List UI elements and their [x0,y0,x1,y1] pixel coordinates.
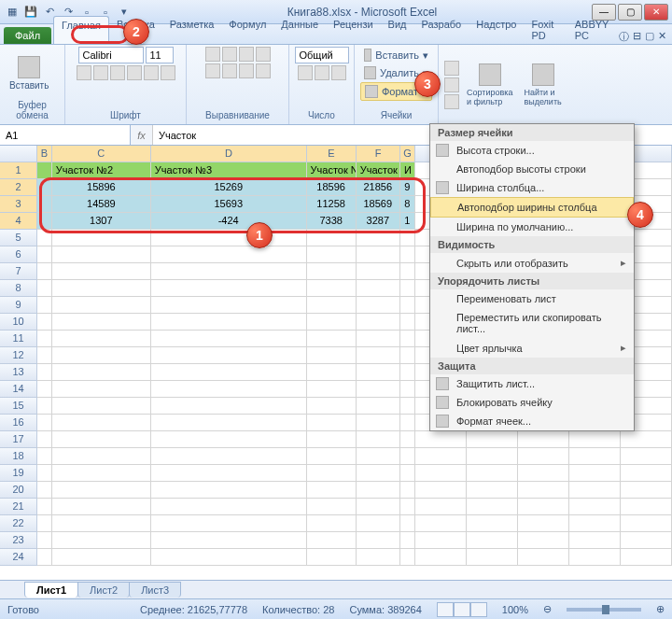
dropdown-item[interactable]: Ширина столбца... [430,178,634,197]
indent-button[interactable] [256,63,271,78]
align-left-button[interactable] [205,63,220,78]
close-button[interactable]: ✕ [644,4,668,21]
cell[interactable] [37,179,52,196]
cell[interactable] [37,347,52,364]
row-header[interactable]: 3 [0,196,37,213]
cell[interactable] [415,515,467,532]
cell[interactable] [307,515,357,532]
sheet-tab[interactable]: Лист3 [129,582,181,598]
cell[interactable] [151,280,307,297]
cell[interactable] [151,482,307,499]
insert-cells-button[interactable]: Вставить ▾ [360,47,432,63]
cell[interactable] [151,431,307,448]
dropdown-item[interactable]: Формат ячеек... [430,412,634,430]
cell[interactable] [400,465,415,482]
cell[interactable] [307,297,357,314]
cell[interactable] [52,415,151,431]
row-header[interactable]: 20 [0,482,37,499]
cell[interactable] [307,415,357,431]
cell[interactable] [307,448,357,465]
cell[interactable] [621,482,672,499]
cell[interactable] [37,431,52,448]
cell[interactable] [400,482,415,499]
cell[interactable] [37,297,52,314]
row-header[interactable]: 13 [0,364,37,381]
cell[interactable]: Участок №3 [151,162,307,179]
ribbon-tab[interactable]: Формул [221,16,273,44]
zoom-out-button[interactable]: ⊖ [543,603,552,615]
cell[interactable] [400,297,415,314]
cell[interactable] [400,263,415,280]
delete-cells-button[interactable]: Удалить ▾ [360,64,432,81]
cell[interactable] [415,465,467,482]
cell[interactable] [415,448,467,465]
cell[interactable] [151,246,307,263]
sheet-tab[interactable]: Лист1 [24,582,78,598]
cell[interactable] [52,297,151,314]
align-center-button[interactable] [222,63,237,78]
cell[interactable] [37,162,52,179]
cell[interactable] [400,364,415,381]
align-bottom-button[interactable] [239,47,254,62]
cell[interactable] [415,532,467,549]
close-workbook-icon[interactable]: ✕ [658,30,666,44]
cell[interactable] [37,246,52,263]
fx-icon[interactable]: fx [131,125,153,145]
cell[interactable] [400,515,415,532]
row-header[interactable]: 5 [0,230,37,246]
autosum-button[interactable] [444,61,459,76]
cell[interactable] [569,482,621,499]
cell[interactable] [400,347,415,364]
paste-button[interactable]: Вставить [6,54,52,92]
cell[interactable] [400,246,415,263]
cell[interactable] [415,482,467,499]
row-header[interactable]: 11 [0,331,37,347]
row-header[interactable]: 1 [0,162,37,179]
dropdown-item[interactable]: Скрыть или отобразить▸ [430,253,634,273]
cell[interactable] [52,499,151,515]
page-layout-view-button[interactable] [454,602,470,617]
dropdown-item[interactable]: Автоподбор высоты строки [430,160,634,178]
ribbon-tab[interactable]: Рецензи [326,16,381,44]
cell[interactable] [37,532,52,549]
cell[interactable] [151,381,307,398]
cell[interactable] [357,499,400,515]
column-header[interactable]: G [400,146,415,162]
cell[interactable] [307,280,357,297]
cell[interactable]: Участок №2 [52,162,151,179]
cell[interactable]: 11258 [307,196,357,213]
cell[interactable] [307,532,357,549]
cell[interactable] [400,230,415,246]
cell[interactable] [621,532,672,549]
cell[interactable] [400,549,415,566]
font-color-button[interactable] [161,65,175,80]
cell[interactable] [37,314,52,331]
cell[interactable] [415,499,467,515]
cell[interactable] [52,314,151,331]
cell[interactable] [307,331,357,347]
cell[interactable] [37,196,52,213]
maximize-button[interactable]: ▢ [618,4,642,21]
orientation-button[interactable] [256,47,271,62]
cell[interactable]: 21856 [357,179,400,196]
cell[interactable] [37,331,52,347]
cell[interactable] [621,431,672,448]
row-header[interactable]: 16 [0,415,37,431]
row-header[interactable]: 19 [0,465,37,482]
cell[interactable] [400,431,415,448]
cell[interactable] [37,364,52,381]
cell[interactable] [357,415,400,431]
ribbon-tab[interactable]: Разметка [162,16,222,44]
fill-color-button[interactable] [144,65,159,80]
cell[interactable]: 14589 [52,196,151,213]
cell[interactable]: Участок N [357,162,400,179]
currency-button[interactable] [298,65,313,80]
cell[interactable] [357,314,400,331]
cell[interactable] [307,314,357,331]
cell[interactable] [37,263,52,280]
row-header[interactable]: 4 [0,213,37,230]
cell[interactable] [37,213,52,230]
dropdown-item[interactable]: Переместить или скопировать лист... [430,308,634,338]
cell[interactable] [151,347,307,364]
cell[interactable] [415,549,467,566]
